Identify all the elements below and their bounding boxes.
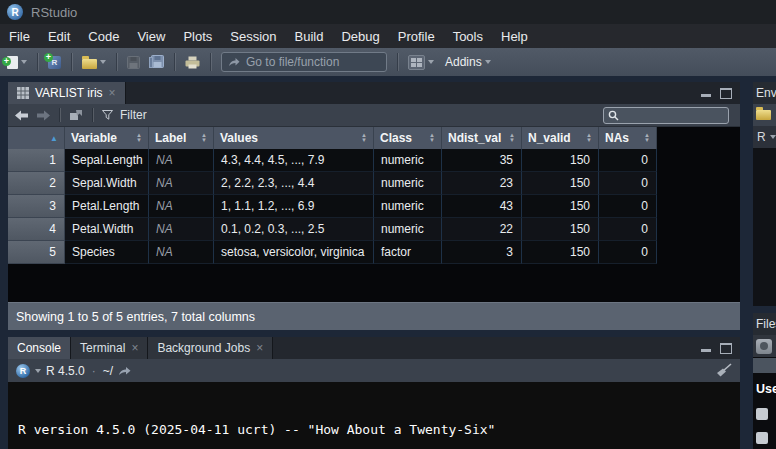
cell-variable: Petal.Width bbox=[65, 218, 149, 241]
minimize-pane-icon[interactable] bbox=[701, 89, 712, 98]
cell-values: 4.3, 4.4, 4.5, ..., 7.9 bbox=[214, 149, 374, 172]
r-version-label[interactable]: R 4.5.0 bbox=[46, 364, 85, 378]
cell-class: numeric bbox=[374, 195, 442, 218]
new-project-button[interactable]: R+ bbox=[46, 54, 63, 71]
goto-working-dir-icon[interactable] bbox=[118, 366, 131, 376]
table-header-row: ▲ Variable▲▼ Label▲▼ Values▲▼ Class▲▼ Nd… bbox=[8, 127, 740, 149]
pane-layout-button[interactable] bbox=[406, 53, 436, 72]
toolbar-divider bbox=[59, 108, 60, 122]
cell-class: factor bbox=[374, 241, 442, 264]
cell-values: 1, 1.1, 1.2, ..., 6.9 bbox=[214, 195, 374, 218]
table-row[interactable]: 3 Petal.Length NA 1, 1.1, 1.2, ..., 6.9 … bbox=[8, 195, 740, 218]
column-header-class[interactable]: Class▲▼ bbox=[374, 127, 442, 149]
tab-files[interactable]: Files bbox=[756, 317, 776, 331]
chevron-down-icon bbox=[428, 60, 434, 64]
separator-dot: · bbox=[92, 364, 96, 378]
table-row[interactable]: 5 Species NA setosa, versicolor, virgini… bbox=[8, 241, 740, 264]
file-checkbox[interactable] bbox=[756, 432, 768, 444]
row-filler bbox=[657, 149, 740, 172]
tab-title: VARLIST iris bbox=[35, 86, 103, 100]
menu-edit[interactable]: Edit bbox=[39, 24, 79, 48]
table-row[interactable]: 2 Sepal.Width NA 2, 2.2, 2.3, ..., 4.4 n… bbox=[8, 172, 740, 195]
column-header-variable[interactable]: Variable▲▼ bbox=[65, 127, 149, 149]
close-icon[interactable]: × bbox=[256, 342, 263, 354]
column-header-n-valid[interactable]: N_valid▲▼ bbox=[522, 127, 599, 149]
chevron-down-icon[interactable] bbox=[35, 369, 41, 373]
viewer-toolbar: Filter bbox=[8, 104, 740, 127]
column-header-label[interactable]: Label▲▼ bbox=[149, 127, 214, 149]
minimize-pane-icon[interactable] bbox=[701, 344, 712, 353]
tab-terminal[interactable]: Terminal × bbox=[71, 337, 148, 359]
files-list: Users bbox=[753, 373, 776, 449]
open-file-button[interactable] bbox=[80, 54, 108, 71]
row-filler bbox=[657, 218, 740, 241]
menu-profile[interactable]: Profile bbox=[389, 24, 444, 48]
cell-n-valid: 150 bbox=[522, 218, 599, 241]
console-output[interactable]: R version 4.5.0 (2025-04-11 ucrt) -- "Ho… bbox=[8, 382, 740, 449]
print-button[interactable] bbox=[183, 54, 202, 71]
close-icon[interactable]: × bbox=[131, 342, 138, 354]
menu-tools[interactable]: Tools bbox=[444, 24, 492, 48]
cell-values: 2, 2.2, 2.3, ..., 4.4 bbox=[214, 172, 374, 195]
main-toolbar: + R+ Go to file/function Addins bbox=[0, 48, 776, 76]
sort-ascending-icon: ▲ bbox=[50, 134, 58, 143]
save-all-button[interactable] bbox=[147, 53, 166, 71]
save-button[interactable] bbox=[125, 54, 142, 71]
filter-icon[interactable] bbox=[102, 110, 113, 120]
menu-plots[interactable]: Plots bbox=[174, 24, 221, 48]
open-in-new-window-icon[interactable] bbox=[69, 109, 83, 121]
new-file-button[interactable]: + bbox=[5, 54, 29, 71]
tab-varlist-iris[interactable]: VARLIST iris × bbox=[8, 82, 126, 104]
menu-session[interactable]: Session bbox=[221, 24, 285, 48]
menu-build[interactable]: Build bbox=[286, 24, 333, 48]
menu-view[interactable]: View bbox=[128, 24, 174, 48]
cell-nas: 0 bbox=[599, 149, 657, 172]
filter-label[interactable]: Filter bbox=[120, 108, 147, 122]
back-icon[interactable] bbox=[15, 110, 29, 121]
cell-variable: Petal.Length bbox=[65, 195, 149, 218]
file-checkbox[interactable] bbox=[756, 408, 768, 420]
cell-variable: Species bbox=[65, 241, 149, 264]
search-input[interactable] bbox=[623, 108, 724, 122]
menu-code[interactable]: Code bbox=[79, 24, 128, 48]
clear-console-icon[interactable] bbox=[715, 363, 732, 378]
row-number: 4 bbox=[8, 218, 65, 241]
entries-summary: Showing 1 to 5 of 5 entries, 7 total col… bbox=[16, 310, 255, 324]
menu-file[interactable]: File bbox=[0, 24, 39, 48]
goto-file-function-input[interactable]: Go to file/function bbox=[221, 52, 387, 72]
tab-background-jobs[interactable]: Background Jobs × bbox=[148, 337, 273, 359]
column-header-rownum[interactable]: ▲ bbox=[8, 127, 65, 149]
new-file-icon: + bbox=[7, 56, 18, 69]
rstudio-logo-icon: R bbox=[7, 4, 23, 20]
maximize-pane-icon[interactable] bbox=[720, 88, 732, 99]
cell-class: numeric bbox=[374, 172, 442, 195]
menu-debug[interactable]: Debug bbox=[332, 24, 388, 48]
maximize-pane-icon[interactable] bbox=[720, 343, 732, 354]
forward-icon[interactable] bbox=[36, 110, 50, 121]
menu-help[interactable]: Help bbox=[492, 24, 537, 48]
tab-console[interactable]: Console bbox=[8, 337, 71, 359]
environment-pane: Environment R bbox=[753, 82, 776, 306]
environment-language-selector[interactable]: R bbox=[753, 126, 776, 148]
column-header-nas[interactable]: NAs▲▼ bbox=[599, 127, 657, 149]
cell-label: NA bbox=[149, 218, 214, 241]
column-header-ndist-val[interactable]: Ndist_val▲▼ bbox=[442, 127, 522, 149]
new-folder-icon[interactable] bbox=[756, 339, 772, 354]
files-toolbar bbox=[753, 335, 776, 357]
table-search-box[interactable] bbox=[603, 107, 729, 124]
close-icon[interactable]: × bbox=[109, 87, 116, 99]
cell-nas: 0 bbox=[599, 172, 657, 195]
sort-toggle-icon: ▲▼ bbox=[429, 133, 435, 143]
column-header-values[interactable]: Values▲▼ bbox=[214, 127, 374, 149]
row-filler bbox=[657, 172, 740, 195]
table-row[interactable]: 4 Petal.Width NA 0.1, 0.2, 0.3, ..., 2.5… bbox=[8, 218, 740, 241]
table-row[interactable]: 1 Sepal.Length NA 4.3, 4.4, 4.5, ..., 7.… bbox=[8, 149, 740, 172]
addins-button[interactable]: Addins bbox=[441, 53, 493, 71]
cell-label: NA bbox=[149, 195, 214, 218]
files-tabstrip: Files bbox=[753, 313, 776, 335]
tab-environment[interactable]: Environment bbox=[756, 86, 776, 100]
working-directory[interactable]: ~/ bbox=[103, 364, 113, 378]
sort-toggle-icon: ▲▼ bbox=[509, 133, 515, 143]
load-workspace-icon[interactable] bbox=[756, 110, 771, 120]
sort-toggle-icon: ▲▼ bbox=[644, 133, 650, 143]
